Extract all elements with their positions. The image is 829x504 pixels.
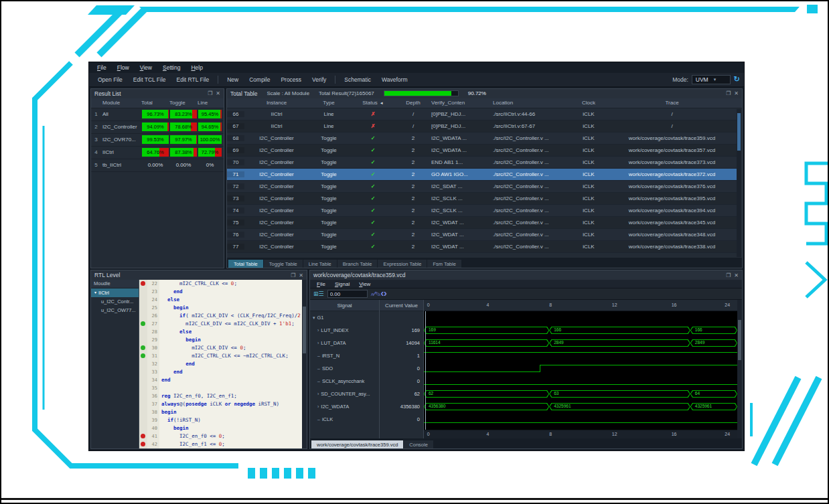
float-icon[interactable]: ❐: [726, 272, 731, 278]
tool-new[interactable]: New: [222, 75, 243, 84]
table-row[interactable]: 71I2C_ControllerToggle✓2GO AW1 IGO..../s…: [227, 169, 737, 181]
signal-name[interactable]: ›LUT_INDEX: [310, 324, 379, 337]
tree-item-u-i2c-contr[interactable]: u_I2C_Contr...: [91, 297, 139, 306]
table-row[interactable]: 68I2C_ControllerToggle✓2I2C_WDATA ..../s…: [227, 133, 737, 145]
tab-branch-table[interactable]: Branch Table: [337, 260, 378, 268]
signal-name[interactable]: ›I2C_WDATA: [310, 400, 379, 413]
menu-view[interactable]: View: [135, 64, 157, 72]
table-row[interactable]: 67IICtrlLine✗/[0]PBZ_HDJ..../src/IICtrl.…: [227, 120, 737, 133]
chevron-right-icon[interactable]: ›: [317, 392, 319, 396]
tool-edit-tcl-file[interactable]: Edit TCL File: [129, 75, 171, 84]
breakpoint-gutter[interactable]: [139, 416, 147, 424]
breakpoint-gutter[interactable]: [139, 392, 147, 400]
menu-file[interactable]: File: [92, 64, 112, 72]
menu-help[interactable]: Help: [185, 64, 208, 72]
breakpoint-gutter[interactable]: [139, 352, 147, 360]
result-row[interactable]: 4IICtrl64.76%87.38%72.79%: [91, 147, 224, 159]
result-row[interactable]: 2I2C_Controller94.09%78.68%94.65%: [91, 121, 224, 134]
waveform-canvas[interactable]: 048121624 169166166116142849284962636443…: [424, 300, 737, 438]
breakpoint-gutter[interactable]: [139, 424, 147, 432]
result-row[interactable]: 5tb_IICtrl0.00%0.00%0%: [91, 159, 224, 172]
breakpoint-gutter[interactable]: [139, 304, 147, 312]
chevron-right-icon[interactable]: ›: [317, 328, 319, 333]
signal-name[interactable]: ‒SDO: [310, 362, 379, 375]
table-row[interactable]: 72I2C_ControllerToggle✓2I2C_SDAT ..../sr…: [227, 181, 737, 193]
breakpoint-gutter[interactable]: [139, 368, 147, 376]
mode-select[interactable]: UVM ▾: [692, 75, 731, 84]
close-icon[interactable]: ✕: [734, 90, 739, 96]
chevron-down-icon[interactable]: ▾: [313, 315, 315, 321]
close-icon[interactable]: ✕: [734, 272, 739, 278]
float-icon[interactable]: ❐: [726, 90, 731, 96]
tool-waveform[interactable]: Waveform: [377, 75, 412, 84]
breakpoint-gutter[interactable]: [139, 400, 147, 408]
breakpoint-gutter[interactable]: [139, 288, 147, 296]
chevron-down-icon[interactable]: ▾: [94, 290, 96, 296]
scrollbar-thumb[interactable]: [738, 320, 741, 360]
breakpoint-gutter[interactable]: [139, 360, 147, 368]
breakpoint-gutter[interactable]: [139, 280, 147, 288]
close-icon[interactable]: ✕: [299, 272, 303, 278]
result-row[interactable]: 3I2C_OVR70...99.53%97.97%100.00%: [91, 134, 224, 147]
menu-flow[interactable]: Flow: [112, 64, 135, 72]
tab-expression-table[interactable]: Expression Table: [378, 260, 427, 268]
breakpoint-gutter[interactable]: [139, 328, 147, 336]
table-row[interactable]: 66IICtrlLine✗/[0]PBZ_HDJ..../src/IICtrl.…: [227, 108, 737, 120]
tool-process[interactable]: Process: [276, 75, 306, 84]
signal-name[interactable]: ‒SCLK_asyncchank: [310, 375, 379, 388]
tab-console[interactable]: Console: [404, 440, 433, 448]
signal-name[interactable]: ›SD_COUNTER_asy...: [310, 388, 379, 400]
chevron-right-icon[interactable]: ›: [317, 341, 319, 345]
table-scrollbar[interactable]: [737, 109, 741, 257]
tab-toggle-table[interactable]: Toggle Table: [264, 260, 303, 268]
time-input[interactable]: [327, 290, 368, 298]
sort-icon[interactable]: ◄: [380, 101, 384, 105]
table-row[interactable]: 74I2C_ControllerToggle✓2I2C_SCLK ..../sr…: [227, 205, 737, 217]
scrollbar-thumb[interactable]: [737, 113, 741, 151]
tab-line-table[interactable]: Line Table: [303, 260, 337, 268]
breakpoint-gutter[interactable]: [139, 432, 147, 440]
tool-verify[interactable]: Verify: [307, 75, 331, 84]
signal-name[interactable]: ‒iCLK: [310, 413, 379, 426]
tab-work-coverage-covtask-trace359-vcd[interactable]: work/coverage/covtask/trace359.vcd: [311, 440, 403, 448]
wave-menu-signal[interactable]: Signal: [331, 281, 354, 287]
result-row[interactable]: 1All96.73%83.23%95.45%: [91, 108, 224, 121]
table-row[interactable]: 69I2C_ControllerToggle✓2I2C_WDATA ..../s…: [227, 145, 737, 157]
breakpoint-gutter[interactable]: [139, 440, 147, 448]
chevron-right-icon[interactable]: ›: [317, 404, 319, 409]
wave-menu-view[interactable]: View: [355, 281, 374, 287]
table-row[interactable]: 77I2C_ControllerToggle✓2I2C_WDAT ..../sr…: [227, 241, 737, 253]
breakpoint-gutter[interactable]: [139, 384, 147, 392]
breakpoint-gutter[interactable]: [139, 376, 147, 384]
signal-name[interactable]: ›LUT_DATA: [310, 337, 379, 349]
breakpoint-gutter[interactable]: [139, 336, 147, 344]
breakpoint-gutter[interactable]: [139, 344, 147, 352]
signal-name[interactable]: ▾G1: [310, 311, 379, 324]
menu-setting[interactable]: Setting: [157, 64, 185, 72]
tab-fsm-table[interactable]: Fsm Table: [427, 260, 461, 268]
next-arrow-icon[interactable]: ❯: [384, 290, 387, 297]
wave-menu-file[interactable]: File: [313, 281, 329, 287]
table-row[interactable]: 76I2C_ControllerToggle✓2I2C_WDAT ..../sr…: [227, 229, 737, 241]
breakpoint-gutter[interactable]: [139, 296, 147, 304]
breakpoint-gutter[interactable]: [139, 320, 147, 328]
list-icon[interactable]: ☰: [319, 290, 324, 297]
tool-schematic[interactable]: Schematic: [340, 75, 376, 84]
table-row[interactable]: 73I2C_ControllerToggle✓2I2C_SCLK ..../sr…: [227, 193, 737, 205]
table-row[interactable]: 75I2C_ControllerToggle✓2I2C_WDAT ..../sr…: [227, 217, 737, 229]
waveform-scrollbar[interactable]: [737, 300, 742, 438]
refresh-icon[interactable]: ↻: [734, 75, 740, 84]
tool-compile[interactable]: Compile: [244, 75, 275, 84]
code-scrollbar[interactable]: [302, 280, 307, 448]
scrollbar-thumb[interactable]: [303, 307, 306, 353]
breakpoint-gutter[interactable]: [139, 312, 147, 320]
tool-open-file[interactable]: Open File: [93, 75, 127, 84]
tree-item-u-i2c-ow77[interactable]: u_I2C_OW77...: [91, 306, 139, 315]
code-editor[interactable]: 22 mI2C_CTRL_CLK <= 0;23 end24 else25 be…: [139, 280, 302, 448]
tree-item-iictrl[interactable]: ▾IICtrl: [91, 288, 139, 297]
tile-icon[interactable]: ⊞: [313, 290, 319, 297]
tab-total-table[interactable]: Total Table: [228, 260, 263, 268]
float-icon[interactable]: ❐: [208, 90, 212, 96]
float-icon[interactable]: ❐: [291, 272, 295, 278]
tool-edit-rtl-file[interactable]: Edit RTL File: [172, 75, 214, 84]
